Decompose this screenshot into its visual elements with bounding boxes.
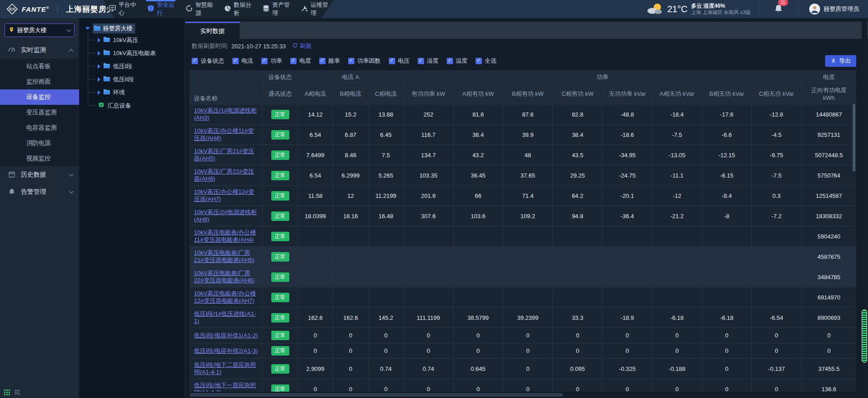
filter-checkbox-全选[interactable]: 全选 (476, 57, 496, 65)
device-tree: 丽婴房大楼10kV高压10kV高压电能表低压I段低压II段环境汇总设备 (79, 18, 185, 398)
device-name-cell: 低压I段/电容补偿2(A1-3) (190, 343, 263, 359)
column-header: A相有功 kW (453, 84, 503, 104)
status-badge: 正常 (271, 331, 289, 340)
value-cell: 0 (553, 343, 603, 359)
device-link[interactable]: 低压I段/电容补偿1(A1-2) (194, 332, 258, 339)
value-cell: 0 (752, 328, 802, 343)
sidebar-item-monitor-screen[interactable]: 监控画面 (0, 74, 79, 89)
filter-checkbox-电流[interactable]: 电流 (232, 57, 253, 65)
sidebar-item-device-monitor[interactable]: 设备监控 (0, 89, 79, 105)
device-link[interactable]: 10kV高压/2#电源进线柜(AH8) (194, 209, 257, 223)
caret-right-icon[interactable] (98, 64, 100, 69)
refresh-button[interactable]: 刷新 (292, 42, 311, 50)
table-scrollbar-thumb[interactable] (853, 104, 855, 172)
list-icon[interactable] (14, 390, 20, 394)
value-cell (404, 226, 453, 247)
dots-grid-icon[interactable] (4, 389, 10, 395)
value-cell: -18.4 (652, 104, 702, 125)
table-row: 低压I段/电容补偿1(A1-2)正常000000000000 (190, 328, 857, 343)
status-badge: 正常 (271, 364, 289, 374)
value-cell: 81.6 (453, 104, 503, 125)
table-row: 10kV高压/厂房22#变压器(AH6)正常6.546.29995.265103… (190, 165, 857, 186)
tree-node-root[interactable]: 丽婴房大楼 (85, 23, 185, 33)
sidebar-item-capacitor-monitor[interactable]: 电容器监测 (0, 120, 79, 136)
device-link[interactable]: 低压I段/电容补偿2(A1-3) (194, 347, 258, 354)
caret-right-icon[interactable] (98, 77, 100, 82)
sidebar-item-realtime-monitor[interactable]: 实时监测 (0, 42, 79, 59)
filter-checkbox-功率因数[interactable]: 功率因数 (348, 57, 381, 65)
device-link[interactable]: 10kV高压/厂房22#变压器(AH6) (194, 168, 254, 182)
vertical-scrollbar (862, 18, 867, 398)
station-selector[interactable]: 丽婴房大楼 (5, 23, 75, 37)
value-cell: 39.9 (503, 125, 553, 145)
sidebar-item-video-monitor[interactable]: 视频监控 (0, 151, 79, 166)
checkbox-checked-icon (261, 58, 268, 64)
device-link[interactable]: 10kV高压/厂房21#变压器(AH5) (194, 148, 254, 162)
tab-realtime-data[interactable]: 实时数据 (185, 22, 240, 39)
filter-checkbox-频率[interactable]: 频率 (319, 57, 340, 65)
device-name-cell: 10kV高压电能表/办公楼11#变压器电能表(AH4) (190, 226, 263, 247)
value-cell: -0.188 (652, 359, 702, 379)
value-cell: 0 (752, 343, 802, 359)
value-cell: 0.3 (752, 186, 802, 206)
value-cell: 0 (298, 328, 333, 343)
filter-checkbox-湿度[interactable]: 湿度 (418, 57, 439, 65)
sidebar-item-alarm-management[interactable]: 告警管理 (0, 183, 79, 201)
sidebar-item-history-data[interactable]: 历史数据 (0, 166, 79, 183)
tree-node[interactable]: 10kV高压 (88, 33, 185, 47)
device-link[interactable]: 10kV高压电能表/办公楼12#变压器电能表(AH7) (194, 290, 256, 304)
device-link[interactable]: 10kV高压电能表/厂房21#变压器电能表(AH5) (194, 249, 255, 263)
export-button[interactable]: 导出 (825, 55, 856, 67)
device-link[interactable]: 低压I段/1#低压进线(A1-1) (194, 310, 256, 324)
value-cell: 0.095 (553, 359, 603, 379)
device-link[interactable]: 低压I段/地下二层应急照明(A1-4-1) (194, 361, 256, 375)
caret-right-icon[interactable] (98, 51, 100, 56)
calendar-icon (8, 171, 15, 179)
device-link[interactable]: 10kV高压/1#电源进线柜(AH3) (194, 107, 257, 121)
sidebar-item-station-board[interactable]: 站点看板 (0, 59, 79, 74)
value-cell (368, 267, 404, 287)
sidebar-item-fire-power[interactable]: 消防电源 (0, 136, 79, 151)
sidebar-item-transformer-monitor[interactable]: 变压器监测 (0, 105, 79, 120)
gauge-icon (8, 46, 15, 55)
device-name-cell: 10kV高压电能表/办公楼12#变压器电能表(AH7) (190, 287, 263, 308)
device-link[interactable]: 低压I段/地下一层应急照明(A1-4-2) (194, 382, 256, 392)
shield-icon (147, 5, 155, 14)
tab-label: 实时数据 (200, 27, 225, 35)
value-cell: 15.2 (333, 104, 368, 125)
value-cell (752, 267, 802, 287)
filter-checkbox-设备状态[interactable]: 设备状态 (192, 57, 224, 65)
notifications-button[interactable]: 11 (759, 4, 798, 14)
device-link[interactable]: 10kV高压电能表/办公楼11#变压器电能表(AH4) (194, 229, 256, 243)
column-header: A相无功 kVar (652, 84, 702, 104)
vertical-scrollbar-thumb[interactable] (862, 309, 867, 363)
caret-right-icon[interactable] (98, 90, 100, 95)
column-header: C相电流 (368, 84, 404, 104)
device-link[interactable]: 10kV高压/办公楼12#变压器(AH7) (194, 188, 254, 202)
sidebar-item-label: 历史数据 (21, 171, 64, 179)
nav-item-ops-management[interactable]: 运维管理 (295, 0, 334, 18)
filter-checkbox-电度[interactable]: 电度 (290, 57, 311, 65)
device-link[interactable]: 10kV高压电能表/厂房22#变压器电能表(AH6) (194, 270, 255, 284)
filter-checkbox-功率[interactable]: 功率 (261, 57, 282, 65)
filter-checkbox-温度[interactable]: 温度 (447, 57, 467, 65)
nav-item-asset-management[interactable]: 资产管理 (257, 0, 295, 18)
tree-node[interactable]: 低压I段 (88, 60, 185, 73)
topbar-right: 21°C 多云 湿度46% 上海 上海城区 东南风 ≤3级 11 丽婴房管理员 (642, 0, 868, 18)
tree-node[interactable]: 10kV高压电能表 (88, 47, 185, 60)
user-menu[interactable]: 丽婴房管理员 (798, 4, 868, 14)
filter-checkbox-电压[interactable]: 电压 (389, 57, 410, 65)
tree-node[interactable]: 环境 (88, 86, 185, 99)
value-cell: -6.6 (702, 125, 752, 145)
horizontal-scrollbar-thumb[interactable] (190, 393, 563, 397)
nav-item-safe-operation[interactable]: 安全运行 (142, 0, 180, 18)
caret-down-icon[interactable] (85, 27, 90, 30)
tree-node[interactable]: 汇总设备 (88, 99, 185, 112)
nav-item-label: 安全运行 (157, 1, 175, 17)
nav-item-data-analysis[interactable]: 数据分析 (218, 0, 257, 18)
nav-item-smart-energy[interactable]: 智慧能源 (180, 0, 218, 18)
caret-right-icon[interactable] (98, 38, 100, 42)
tree-node[interactable]: 低压II段 (88, 73, 185, 86)
device-link[interactable]: 10kV高压/办公楼11#变压器(AH4) (194, 127, 254, 141)
svg-text:凤特: 凤特 (9, 7, 16, 11)
